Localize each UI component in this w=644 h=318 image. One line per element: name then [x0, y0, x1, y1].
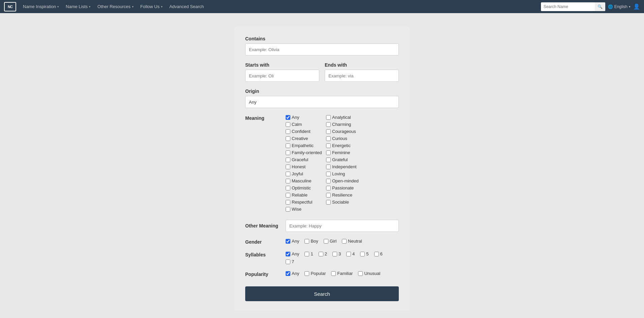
gender-option-any[interactable]: Any	[286, 239, 299, 244]
syllables-option-3[interactable]: 3	[332, 251, 341, 256]
syllables-checkbox-any[interactable]	[286, 252, 290, 256]
nav-name-inspiration[interactable]: Name Inspiration ▾	[20, 0, 62, 13]
popularity-checkbox-unusual[interactable]	[358, 271, 363, 276]
meaning-checkbox-graceful[interactable]: Graceful	[286, 157, 326, 162]
meaning-checkbox-input-calm[interactable]	[286, 122, 290, 127]
syllables-option-6[interactable]: 6	[374, 251, 383, 256]
popularity-checkbox-familiar[interactable]	[331, 271, 336, 276]
syllables-option-1[interactable]: 1	[304, 251, 313, 256]
syllables-checkbox-1[interactable]	[304, 252, 309, 256]
meaning-checkbox-passionate[interactable]: Passionate	[326, 185, 366, 190]
popularity-option-familiar[interactable]: Familiar	[331, 271, 353, 276]
syllables-checkbox-2[interactable]	[319, 252, 323, 256]
meaning-checkbox-input-charming[interactable]	[326, 122, 331, 127]
syllables-option-7[interactable]: 7	[286, 259, 294, 264]
syllables-checkbox-7[interactable]	[286, 259, 290, 264]
meaning-checkbox-wise[interactable]: Wise	[286, 207, 326, 212]
meaning-checkbox-input-passionate[interactable]	[326, 186, 331, 190]
meaning-checkbox-joyful[interactable]: Joyful	[286, 171, 326, 176]
meaning-checkbox-masculine[interactable]: Masculine	[286, 178, 326, 183]
logo[interactable]: NC	[4, 2, 16, 11]
meaning-checkbox-creative[interactable]: Creative	[286, 136, 326, 141]
meaning-checkbox-empathetic[interactable]: Empathetic	[286, 143, 326, 148]
popularity-option-unusual[interactable]: Unusual	[358, 271, 380, 276]
search-input[interactable]	[541, 2, 595, 11]
meaning-checkbox-input-curious[interactable]	[326, 136, 331, 141]
meaning-checkbox-grateful[interactable]: Grateful	[326, 157, 366, 162]
meaning-checkbox-input-honest[interactable]	[286, 165, 290, 169]
gender-option-boy[interactable]: Boy	[304, 239, 318, 244]
syllables-checkbox-6[interactable]	[374, 252, 379, 256]
meaning-checkbox-honest[interactable]: Honest	[286, 164, 326, 169]
search-button[interactable]: 🔍	[595, 2, 605, 11]
meaning-checkbox-input-open-minded[interactable]	[326, 179, 331, 183]
meaning-checkbox-input-feminine[interactable]	[326, 150, 331, 155]
starts-with-input[interactable]	[245, 70, 319, 82]
meaning-checkbox-input-confident[interactable]	[286, 129, 290, 134]
popularity-checkbox-popular[interactable]	[304, 271, 309, 276]
syllables-option-5[interactable]: 5	[360, 251, 368, 256]
gender-option-neutral[interactable]: Neutral	[342, 239, 362, 244]
nav-name-lists[interactable]: Name Lists ▾	[62, 0, 94, 13]
popularity-option-any[interactable]: Any	[286, 271, 299, 276]
meaning-checkbox-input-family-oriented[interactable]	[286, 150, 290, 155]
meaning-checkbox-input-sociable[interactable]	[326, 200, 331, 205]
meaning-checkbox-input-analytical[interactable]	[326, 115, 331, 120]
syllables-checkbox-5[interactable]	[360, 252, 365, 256]
syllables-option-any[interactable]: Any	[286, 251, 299, 256]
gender-checkbox-girl[interactable]	[324, 239, 328, 244]
meaning-checkbox-calm[interactable]: Calm	[286, 122, 326, 127]
meaning-checkbox-respectful[interactable]: Respectful	[286, 200, 326, 205]
other-meaning-input[interactable]	[286, 220, 399, 232]
meaning-checkbox-input-independent[interactable]	[326, 165, 331, 169]
meaning-checkbox-input-grateful[interactable]	[326, 157, 331, 162]
meaning-checkbox-input-optimistic[interactable]	[286, 186, 290, 190]
meaning-checkbox-reliable[interactable]: Reliable	[286, 192, 326, 198]
language-selector[interactable]: 🌐 English ▾	[608, 4, 631, 9]
meaning-checkbox-input-reliable[interactable]	[286, 193, 290, 198]
syllables-option-2[interactable]: 2	[319, 251, 327, 256]
meaning-checkbox-independent[interactable]: Independent	[326, 164, 366, 169]
meaning-checkbox-input-creative[interactable]	[286, 136, 290, 141]
gender-checkbox-boy[interactable]	[304, 239, 309, 244]
meaning-checkbox-analytical[interactable]: Analytical	[326, 115, 366, 120]
origin-select[interactable]: Any	[245, 96, 399, 108]
meaning-checkbox-input-courageous[interactable]	[326, 129, 331, 134]
gender-checkbox-any[interactable]	[286, 239, 290, 244]
meaning-checkbox-input-respectful[interactable]	[286, 200, 290, 205]
popularity-option-popular[interactable]: Popular	[304, 271, 326, 276]
syllables-checkbox-3[interactable]	[332, 252, 337, 256]
meaning-checkbox-family-oriented[interactable]: Family-oriented	[286, 150, 326, 155]
meaning-checkbox-input-graceful[interactable]	[286, 157, 290, 162]
syllables-option-4[interactable]: 4	[346, 251, 355, 256]
meaning-checkbox-confident[interactable]: Confident	[286, 129, 326, 134]
nav-other-resources[interactable]: Other Resources ▾	[94, 0, 137, 13]
meaning-checkbox-courageous[interactable]: Courageous	[326, 129, 366, 134]
meaning-checkbox-sociable[interactable]: Sociable	[326, 200, 366, 205]
meaning-checkbox-input-masculine[interactable]	[286, 179, 290, 183]
syllables-checkbox-4[interactable]	[346, 252, 351, 256]
gender-checkbox-neutral[interactable]	[342, 239, 347, 244]
meaning-checkbox-loving[interactable]: Loving	[326, 171, 366, 176]
meaning-checkbox-optimistic[interactable]: Optimistic	[286, 185, 326, 190]
user-icon[interactable]: 👤	[633, 3, 640, 10]
meaning-checkbox-input-any[interactable]	[286, 115, 290, 120]
search-submit-button[interactable]: Search	[245, 286, 399, 301]
meaning-checkbox-input-resilience[interactable]	[326, 193, 331, 198]
meaning-checkbox-input-energetic[interactable]	[326, 143, 331, 148]
meaning-checkbox-charming[interactable]: Charming	[326, 122, 366, 127]
meaning-checkbox-resilience[interactable]: Resilience	[326, 192, 366, 198]
meaning-checkbox-feminine[interactable]: Feminine	[326, 150, 366, 155]
meaning-checkbox-input-wise[interactable]	[286, 207, 290, 212]
meaning-checkbox-input-empathetic[interactable]	[286, 143, 290, 148]
meaning-checkbox-input-joyful[interactable]	[286, 172, 290, 176]
nav-follow-us[interactable]: Follow Us ▾	[137, 0, 166, 13]
meaning-checkbox-open-minded[interactable]: Open-minded	[326, 178, 366, 183]
meaning-checkbox-curious[interactable]: Curious	[326, 136, 366, 141]
meaning-checkbox-input-loving[interactable]	[326, 172, 331, 176]
contains-input[interactable]	[245, 43, 399, 56]
ends-with-input[interactable]	[325, 70, 399, 82]
meaning-checkbox-energetic[interactable]: Energetic	[326, 143, 366, 148]
popularity-checkbox-any[interactable]	[286, 271, 290, 276]
meaning-checkbox-any[interactable]: Any	[286, 115, 326, 120]
